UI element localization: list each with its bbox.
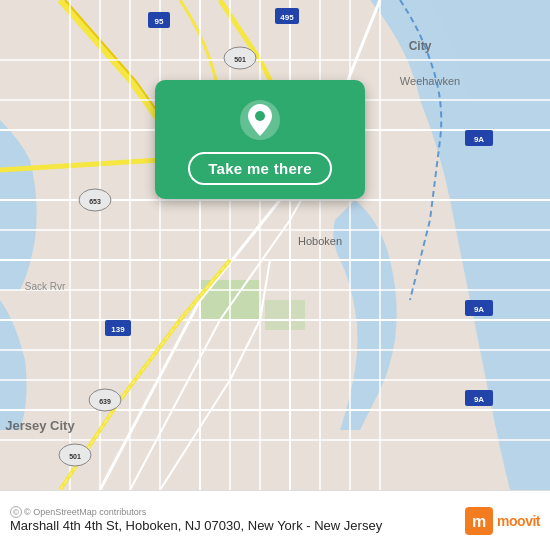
svg-text:Sack Rvr: Sack Rvr bbox=[25, 281, 66, 292]
svg-text:Jersey City: Jersey City bbox=[5, 418, 75, 433]
moovit-wordmark: moovit bbox=[497, 513, 540, 529]
svg-text:653: 653 bbox=[89, 198, 101, 205]
svg-text:Weehawken: Weehawken bbox=[400, 75, 460, 87]
svg-text:Hoboken: Hoboken bbox=[298, 235, 342, 247]
svg-text:639: 639 bbox=[99, 398, 111, 405]
address-text: Marshall 4th 4th St, Hoboken, NJ 07030, … bbox=[10, 518, 457, 535]
footer: © © OpenStreetMap contributors Marshall … bbox=[0, 490, 550, 550]
svg-text:9A: 9A bbox=[474, 305, 484, 314]
map-svg: 95 495 501 653 139 639 501 9A 9A 9A City… bbox=[0, 0, 550, 490]
location-card: Take me there bbox=[155, 80, 365, 199]
svg-text:9A: 9A bbox=[474, 135, 484, 144]
moovit-m-icon: m bbox=[465, 507, 493, 535]
footer-left: © © OpenStreetMap contributors Marshall … bbox=[10, 506, 457, 535]
svg-text:m: m bbox=[472, 513, 486, 530]
attribution: © © OpenStreetMap contributors bbox=[10, 506, 457, 518]
svg-text:95: 95 bbox=[155, 17, 164, 26]
svg-point-53 bbox=[255, 111, 265, 121]
moovit-logo: m moovit bbox=[465, 507, 540, 535]
info-icon: © bbox=[10, 506, 22, 518]
svg-text:City: City bbox=[409, 39, 432, 53]
svg-text:495: 495 bbox=[280, 13, 294, 22]
svg-text:501: 501 bbox=[69, 453, 81, 460]
take-me-there-button[interactable]: Take me there bbox=[188, 152, 332, 185]
location-pin-icon bbox=[238, 98, 282, 142]
svg-text:501: 501 bbox=[234, 56, 246, 63]
svg-text:139: 139 bbox=[111, 325, 125, 334]
svg-text:9A: 9A bbox=[474, 395, 484, 404]
map-container: 95 495 501 653 139 639 501 9A 9A 9A City… bbox=[0, 0, 550, 490]
attribution-text: © OpenStreetMap contributors bbox=[24, 507, 146, 517]
svg-rect-2 bbox=[265, 300, 305, 330]
